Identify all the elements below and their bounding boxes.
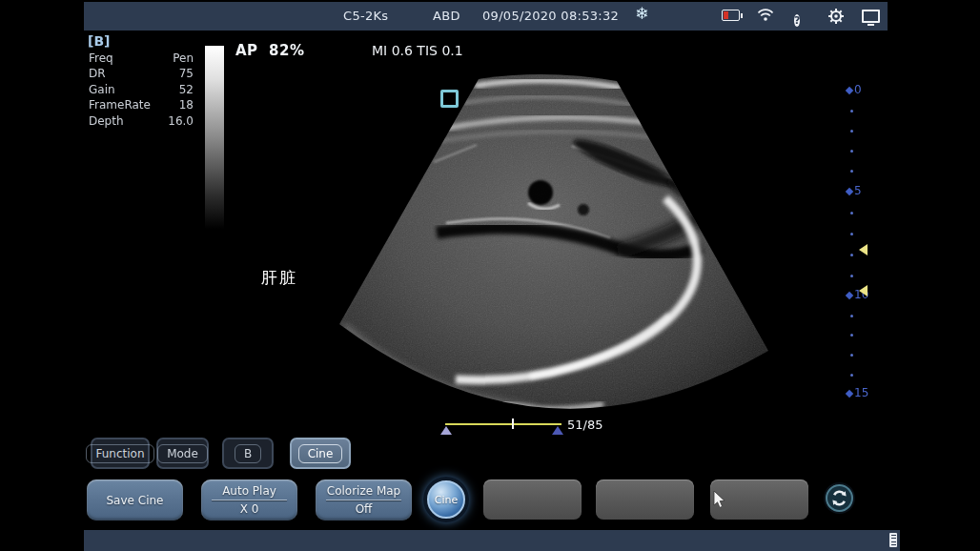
divider (212, 500, 287, 500)
param-value: 16.0 (168, 114, 194, 128)
ruler-mark: 5 (854, 184, 862, 197)
cine-end-marker-icon[interactable] (552, 426, 563, 435)
bottom-status-bar (84, 530, 900, 551)
param-value: 52 (179, 83, 194, 96)
refresh-knob-icon[interactable] (826, 484, 853, 512)
param-label: FrameRate (89, 98, 151, 112)
acoustic-power-readout: AP 82% (235, 42, 304, 59)
param-label: DR (89, 67, 106, 80)
focus-marker-icon[interactable] (859, 244, 868, 255)
cine-start-marker-icon[interactable] (440, 426, 452, 435)
keyboard-toggle-icon[interactable] (889, 533, 897, 547)
preset-label: ABD (433, 9, 460, 23)
cine-knob-button[interactable]: Cine (427, 480, 465, 519)
ruler-diamond-icon (846, 292, 853, 299)
focus-marker-icon[interactable] (859, 285, 868, 296)
colorize-map-button[interactable]: Colorize Map Off (316, 480, 412, 520)
param-row: DR 75 (89, 67, 194, 80)
ruler-mark: 15 (854, 386, 868, 399)
param-row: FrameRate 18 (89, 98, 194, 112)
softkey-empty-1[interactable] (483, 480, 582, 520)
datetime-label: 09/05/2020 08:53:32 (482, 9, 619, 23)
param-label: Gain (89, 83, 115, 96)
param-row: Freq Pen (89, 51, 194, 65)
auto-play-button[interactable]: Auto Play X 0 (201, 480, 297, 520)
tab-b[interactable]: B (222, 438, 274, 469)
softkey-empty-2[interactable] (596, 480, 694, 520)
mouse-cursor-icon (713, 491, 726, 510)
save-cine-button[interactable]: Save Cine (87, 480, 183, 520)
freeze-snowflake-icon: ❄ (635, 4, 648, 23)
cine-position-tick[interactable] (512, 418, 514, 429)
ruler-diamond-icon (846, 390, 853, 398)
cine-frame-counter: 51/85 (567, 418, 602, 432)
ruler-diamond-icon (846, 87, 853, 94)
param-value: 18 (179, 98, 194, 112)
param-value: 75 (179, 67, 194, 80)
help-icon[interactable]: ? (794, 10, 800, 28)
grayscale-map-bar (205, 46, 224, 229)
divider (326, 500, 401, 500)
mode-indicator: [B] (88, 33, 110, 49)
mi-tis-readout: MI 0.6 TIS 0.1 (372, 43, 463, 58)
ruler-diamond-icon (846, 188, 853, 195)
param-label: Depth (89, 114, 124, 128)
ultrasound-screen: C5-2Ks ABD 09/05/2020 08:53:32 ❄ ? (0, 0, 980, 551)
param-row: Gain 52 (89, 83, 194, 96)
tab-function[interactable]: Function (91, 438, 150, 469)
tab-mode[interactable]: Mode (156, 438, 209, 469)
battery-icon (722, 10, 740, 21)
param-label: Freq (89, 51, 113, 65)
probe-label: C5-2Ks (343, 9, 388, 23)
gear-icon[interactable] (827, 8, 845, 29)
body-annotation-label[interactable]: 肝脏 (261, 267, 297, 289)
param-value: Pen (173, 51, 194, 65)
cine-progress-line[interactable] (445, 423, 561, 425)
monitor-icon[interactable] (862, 10, 880, 26)
param-row: Depth 16.0 (89, 114, 194, 128)
top-status-bar: C5-2Ks ABD 09/05/2020 08:53:32 ❄ ? (84, 2, 888, 31)
ruler-mark: 0 (854, 83, 862, 96)
tab-cine[interactable]: Cine (290, 438, 351, 469)
probe-orientation-marker-icon (440, 90, 459, 108)
wifi-icon (757, 8, 774, 26)
